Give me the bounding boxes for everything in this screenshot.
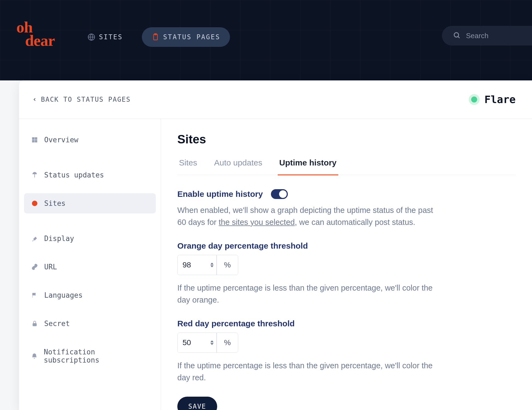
broadcast-icon: [31, 171, 38, 179]
red-threshold-input[interactable]: [178, 333, 208, 352]
tab-sites[interactable]: Sites: [177, 158, 199, 175]
svg-rect-13: [33, 323, 37, 326]
enable-uptime-help: When enabled, we'll show a graph depicti…: [177, 204, 439, 228]
orange-threshold-label: Orange day percentage threshold: [177, 241, 516, 251]
orange-threshold-input-group: %: [177, 255, 238, 275]
sidebar-item-label: Overview: [44, 136, 78, 144]
top-nav: SITES STATUS PAGES: [88, 27, 230, 47]
search-box[interactable]: [442, 26, 532, 46]
percent-suffix: %: [217, 255, 238, 275]
sidebar-item-status-updates[interactable]: Status updates: [24, 165, 156, 185]
card-body: Overview Status updates Sites Display: [19, 119, 532, 410]
globe-icon: [88, 33, 95, 41]
back-to-status-pages[interactable]: BACK TO STATUS PAGES: [32, 96, 131, 103]
sidebar-item-languages[interactable]: Languages: [24, 285, 156, 305]
chevron-up-icon: [210, 340, 214, 342]
sidebar-item-label: Secret: [44, 319, 70, 328]
link-icon: [31, 263, 38, 270]
sites-selected-link[interactable]: the sites you selected: [219, 218, 295, 227]
grid-icon: [31, 136, 38, 143]
red-threshold-help: If the uptime percentage is less than th…: [177, 360, 434, 384]
help-text-part: , we can automatically post status.: [295, 218, 415, 227]
tab-uptime-history[interactable]: Uptime history: [278, 158, 338, 175]
status-indicator-icon: [469, 94, 480, 105]
sidebar-item-label: Status updates: [44, 171, 104, 179]
lock-icon: [31, 320, 38, 327]
number-stepper[interactable]: [208, 255, 217, 275]
red-threshold-label: Red day percentage threshold: [177, 319, 516, 328]
red-threshold-input-group: %: [177, 333, 238, 353]
tabs: Sites Auto updates Uptime history: [177, 158, 516, 175]
app-header: oh dear SITES STATUS PAGES: [0, 0, 532, 80]
chevron-up-icon: [210, 263, 214, 265]
svg-rect-7: [35, 137, 37, 140]
main-card: BACK TO STATUS PAGES Flare Overview Stat…: [19, 80, 532, 410]
sidebar-item-url[interactable]: URL: [24, 257, 156, 277]
page-title-wrap: Flare: [469, 94, 516, 105]
save-button[interactable]: SAVE: [177, 397, 217, 410]
sidebar-item-label: Display: [44, 234, 74, 243]
bell-icon: [31, 352, 38, 360]
svg-rect-8: [32, 140, 34, 142]
sidebar-item-display[interactable]: Display: [24, 228, 156, 249]
globe-icon: [31, 200, 38, 207]
sidebar-item-label: URL: [44, 263, 57, 271]
sidebar-item-label: Sites: [44, 199, 65, 207]
main-content: Sites Sites Auto updates Uptime history …: [161, 119, 532, 410]
svg-rect-6: [32, 137, 34, 140]
chevron-down-icon: [210, 343, 214, 345]
svg-point-4: [454, 33, 459, 37]
status-page-title: Flare: [485, 94, 516, 105]
card-header: BACK TO STATUS PAGES Flare: [19, 80, 532, 119]
sidebar-item-label: Languages: [44, 291, 83, 299]
sidebar-item-notifications[interactable]: Notification subscriptions: [24, 342, 156, 370]
enable-uptime-row: Enable uptime history: [177, 189, 516, 199]
page-heading: Sites: [177, 132, 516, 146]
svg-rect-9: [35, 140, 37, 142]
tab-auto-updates[interactable]: Auto updates: [213, 158, 264, 175]
sidebar-item-label: Notification subscriptions: [44, 348, 149, 364]
nav-status-pages-label: STATUS PAGES: [163, 33, 220, 41]
clipboard-icon: [152, 33, 159, 41]
orange-threshold-input[interactable]: [178, 255, 208, 275]
nav-sites[interactable]: SITES: [88, 33, 123, 41]
back-label: BACK TO STATUS PAGES: [41, 96, 131, 103]
percent-suffix: %: [217, 333, 238, 352]
enable-uptime-label: Enable uptime history: [177, 189, 263, 199]
search-input[interactable]: [466, 32, 521, 40]
chevron-down-icon: [210, 265, 214, 267]
orange-threshold-help: If the uptime percentage is less than th…: [177, 282, 434, 306]
nav-sites-label: SITES: [99, 33, 123, 41]
svg-line-5: [458, 37, 460, 38]
nav-status-pages[interactable]: STATUS PAGES: [142, 27, 230, 47]
enable-uptime-toggle[interactable]: [271, 189, 288, 199]
sidebar: Overview Status updates Sites Display: [19, 119, 161, 410]
number-stepper[interactable]: [208, 333, 217, 352]
search-icon: [453, 31, 461, 40]
sidebar-item-overview[interactable]: Overview: [24, 130, 156, 150]
sidebar-item-sites[interactable]: Sites: [24, 193, 156, 213]
paint-icon: [31, 235, 38, 242]
sidebar-item-secret[interactable]: Secret: [24, 313, 156, 334]
logo: oh dear: [16, 20, 55, 47]
flag-icon: [31, 292, 38, 299]
